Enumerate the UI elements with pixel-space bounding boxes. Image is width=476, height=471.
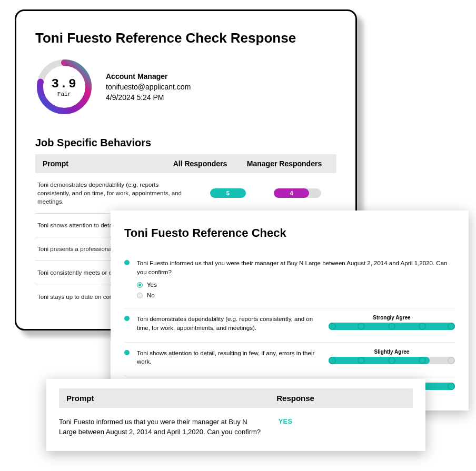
form-title: Toni Fuesto Reference Check <box>124 226 455 240</box>
col-manager-responders: Manager Responders <box>240 159 329 168</box>
option-yes[interactable]: Yes <box>137 282 455 288</box>
score-value: 3.9 <box>51 77 77 91</box>
col-prompt: Prompt <box>66 394 276 403</box>
col-all-responders: All Responders <box>161 159 240 168</box>
summary-row: 3.9 Fair Account Manager tonifuesto@appl… <box>35 58 336 116</box>
prompt-response-header: Prompt Response <box>59 388 413 408</box>
col-response: Response <box>276 394 405 403</box>
table-row: Toni demonstrates dependability (e.g. re… <box>35 173 336 214</box>
option-label: Yes <box>147 282 157 288</box>
option-label: No <box>147 292 155 298</box>
page-title: Toni Fuesto Reference Check Response <box>35 30 336 46</box>
all-responders-score: 5 <box>210 188 246 198</box>
job-title: Account Manager <box>106 72 191 81</box>
question-confirm-manager: Toni Fuesto informed us that you were th… <box>124 253 455 308</box>
question-text: Toni shows attention to detail, resultin… <box>137 349 319 366</box>
response-datetime: 4/9/2024 5:24 PM <box>106 93 191 102</box>
score-ring: 3.9 Fair <box>35 58 93 116</box>
slider-value-label: Slightly Agree <box>329 349 455 355</box>
table-row: Toni Fuesto informed us that you were th… <box>59 417 413 437</box>
manager-responders-score: 4 <box>274 188 321 198</box>
question-text: Toni Fuesto informed us that you were th… <box>137 259 455 276</box>
bullet-icon <box>124 350 130 355</box>
question-text: Toni demonstrates dependability (e.g. re… <box>137 315 319 332</box>
col-prompt: Prompt <box>43 159 161 168</box>
response-value: YES <box>279 417 293 437</box>
radio-icon[interactable] <box>137 282 143 288</box>
option-no[interactable]: No <box>137 292 455 298</box>
question-dependability: Toni demonstrates dependability (e.g. re… <box>124 308 455 342</box>
behavior-text: Toni demonstrates dependability (e.g. re… <box>37 181 195 206</box>
candidate-meta: Account Manager tonifuesto@applicant.com… <box>106 72 191 102</box>
radio-icon[interactable] <box>137 293 143 298</box>
behaviors-table-header: Prompt All Responders Manager Responders <box>35 154 336 173</box>
score-rating: Fair <box>57 91 71 97</box>
bullet-icon <box>124 260 130 265</box>
bullet-icon <box>124 316 130 321</box>
section-title: Job Specific Behaviors <box>35 137 336 149</box>
prompt-response-card: Prompt Response Toni Fuesto informed us … <box>46 379 425 451</box>
likert-slider[interactable]: Slightly Agree <box>329 349 455 364</box>
slider-value-label: Strongly Agree <box>329 315 455 320</box>
question-attention-to-detail: Toni shows attention to detail, resultin… <box>124 343 455 376</box>
candidate-email: tonifuesto@applicant.com <box>106 83 191 91</box>
prompt-text: Toni Fuesto informed us that you were th… <box>59 417 279 437</box>
likert-slider[interactable]: Strongly Agree <box>329 315 455 330</box>
